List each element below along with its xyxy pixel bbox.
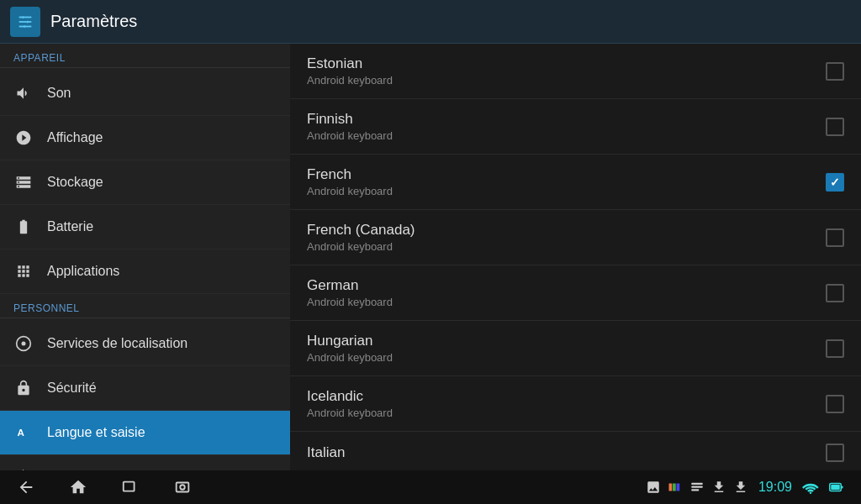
lang-checkbox[interactable] bbox=[826, 284, 844, 302]
lang-item[interactable]: IcelandicAndroid keyboard bbox=[290, 376, 861, 432]
svg-rect-12 bbox=[124, 482, 135, 491]
lang-name: Finnish bbox=[307, 111, 393, 128]
svg-text:A: A bbox=[18, 427, 25, 438]
colorful-icon bbox=[668, 480, 683, 495]
lang-item[interactable]: HungarianAndroid keyboard bbox=[290, 321, 861, 376]
battery-icon bbox=[13, 217, 34, 237]
security-icon bbox=[13, 378, 34, 398]
lang-name: Hungarian bbox=[307, 333, 393, 349]
lang-name: Italian bbox=[307, 444, 345, 461]
lang-sub: Android keyboard bbox=[307, 129, 393, 142]
svg-rect-16 bbox=[673, 484, 676, 491]
location-icon bbox=[13, 333, 34, 354]
lang-sub: Android keyboard bbox=[307, 351, 393, 364]
sidebar-item-stockage[interactable]: Stockage bbox=[0, 160, 290, 205]
download2-icon bbox=[733, 480, 748, 495]
section-header-personnel: PERSONNEL bbox=[0, 294, 290, 318]
lang-sub: Android keyboard bbox=[307, 296, 393, 308]
status-bar: 19:09 bbox=[646, 480, 844, 495]
sidebar-label-langue: Langue et saisie bbox=[47, 425, 145, 440]
sidebar-item-applications[interactable]: Applications bbox=[0, 249, 290, 294]
svg-point-14 bbox=[180, 485, 185, 490]
svg-point-21 bbox=[810, 491, 812, 494]
lang-item[interactable]: French (Canada)Android keyboard bbox=[290, 210, 861, 265]
download-icon bbox=[711, 480, 726, 495]
titlebar: Paramètres bbox=[0, 0, 861, 44]
text-icon bbox=[689, 480, 705, 495]
back-button[interactable] bbox=[17, 478, 35, 496]
lang-checkbox[interactable] bbox=[826, 395, 844, 413]
section-header-appareil: APPAREIL bbox=[0, 44, 290, 67]
lang-item[interactable]: EstonianAndroid keyboard bbox=[290, 44, 861, 99]
navbar: 19:09 bbox=[0, 470, 861, 504]
lang-sub: Android keyboard bbox=[307, 185, 393, 197]
lang-name: French bbox=[307, 166, 393, 183]
apps-icon bbox=[13, 261, 34, 281]
divider2 bbox=[0, 318, 290, 318]
sidebar-label-applications: Applications bbox=[47, 264, 119, 279]
sidebar-item-localisation[interactable]: Services de localisation bbox=[0, 322, 290, 366]
home-button[interactable] bbox=[69, 478, 87, 496]
svg-rect-23 bbox=[831, 485, 840, 490]
svg-point-7 bbox=[26, 20, 29, 23]
lang-name: Icelandic bbox=[307, 388, 393, 405]
settings-icon bbox=[10, 7, 40, 37]
lang-item[interactable]: Italian bbox=[290, 432, 861, 470]
sidebar-label-localisation: Services de localisation bbox=[47, 336, 188, 351]
sidebar-item-batterie[interactable]: Batterie bbox=[0, 205, 290, 249]
lang-checkbox[interactable] bbox=[826, 118, 844, 136]
svg-rect-20 bbox=[691, 489, 699, 491]
language-list: EstonianAndroid keyboardFinnishAndroid k… bbox=[290, 44, 861, 470]
svg-rect-18 bbox=[691, 483, 703, 485]
svg-point-8 bbox=[24, 25, 26, 28]
sidebar-label-affichage: Affichage bbox=[47, 130, 103, 145]
lang-name: French (Canada) bbox=[307, 222, 415, 239]
screenshot-button[interactable] bbox=[173, 478, 192, 496]
lang-name: German bbox=[307, 277, 393, 294]
sidebar-item-sauvegarder[interactable]: Sauvegarder et réinitialiser bbox=[0, 455, 290, 470]
lang-checkbox[interactable] bbox=[826, 62, 844, 81]
divider bbox=[0, 67, 290, 68]
main-layout: APPAREIL Son Affichage bbox=[0, 44, 861, 470]
gallery-icon bbox=[646, 480, 661, 495]
display-icon bbox=[13, 128, 34, 148]
lang-checkbox[interactable] bbox=[826, 444, 844, 462]
lang-item[interactable]: GermanAndroid keyboard bbox=[290, 265, 861, 321]
battery-status-icon bbox=[829, 480, 844, 494]
svg-rect-17 bbox=[676, 484, 679, 491]
svg-rect-15 bbox=[668, 484, 672, 491]
sidebar: APPAREIL Son Affichage bbox=[0, 44, 290, 470]
language-icon: A bbox=[13, 423, 34, 443]
lang-sub: Android keyboard bbox=[307, 74, 393, 87]
sidebar-label-son: Son bbox=[47, 86, 71, 101]
sidebar-label-securite: Sécurité bbox=[47, 381, 97, 396]
lang-checkbox[interactable] bbox=[826, 228, 844, 247]
status-icons bbox=[646, 480, 748, 495]
sound-icon bbox=[13, 83, 34, 103]
lang-item[interactable]: FrenchAndroid keyboard bbox=[290, 155, 861, 210]
backup-icon bbox=[13, 467, 34, 470]
sidebar-item-langue[interactable]: A Langue et saisie bbox=[0, 411, 290, 455]
lang-name: Estonian bbox=[307, 55, 393, 72]
svg-rect-19 bbox=[691, 486, 703, 488]
sidebar-label-batterie: Batterie bbox=[47, 219, 93, 234]
sidebar-label-sauvegarder: Sauvegarder et réinitialiser bbox=[47, 470, 207, 470]
svg-rect-13 bbox=[177, 483, 189, 492]
lang-item[interactable]: FinnishAndroid keyboard bbox=[290, 99, 861, 155]
svg-point-6 bbox=[22, 16, 24, 18]
lang-checkbox[interactable] bbox=[826, 339, 844, 358]
sidebar-label-stockage: Stockage bbox=[47, 175, 103, 190]
sidebar-item-son[interactable]: Son bbox=[0, 71, 290, 116]
svg-rect-24 bbox=[841, 486, 843, 489]
page-title: Paramètres bbox=[50, 12, 137, 31]
sidebar-item-affichage[interactable]: Affichage bbox=[0, 116, 290, 160]
lang-sub: Android keyboard bbox=[307, 240, 415, 253]
lang-sub: Android keyboard bbox=[307, 407, 393, 419]
storage-icon bbox=[13, 172, 34, 192]
nav-buttons bbox=[17, 478, 192, 496]
clock: 19:09 bbox=[758, 480, 792, 495]
lang-checkbox[interactable] bbox=[826, 173, 844, 192]
sidebar-item-securite[interactable]: Sécurité bbox=[0, 366, 290, 411]
recents-button[interactable] bbox=[121, 478, 140, 496]
svg-point-10 bbox=[22, 342, 26, 346]
